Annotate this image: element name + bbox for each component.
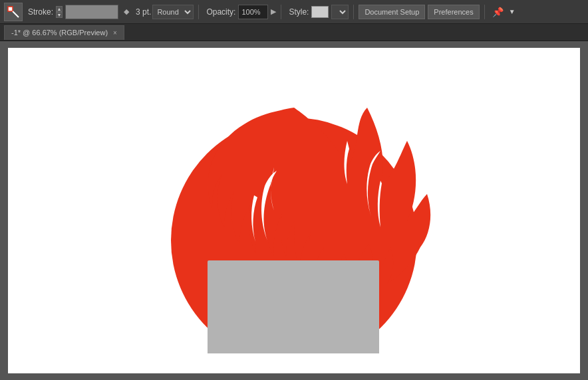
artwork-svg [141, 68, 447, 353]
separator-4 [484, 5, 485, 19]
tab-close-button[interactable]: × [113, 29, 117, 37]
opacity-label: Opacity: [206, 7, 235, 17]
stroke-stepper[interactable]: ▲ ▼ [56, 6, 63, 18]
main-toolbar: Stroke: ▲ ▼ ◆ 3 pt. Round Butt Square Op… [0, 0, 588, 24]
style-select[interactable] [331, 5, 349, 19]
style-color-box[interactable] [311, 6, 329, 18]
canvas-document [8, 48, 580, 373]
stroke-cap-select[interactable]: Round Butt Square [152, 5, 194, 19]
stroke-width-value: 3 pt. [136, 7, 151, 17]
stroke-label: Stroke: [28, 7, 53, 17]
stroke-width-container: ◆ 3 pt. Round Butt Square [121, 5, 194, 19]
stroke-color-swatch[interactable] [65, 5, 118, 19]
style-label: Style: [289, 7, 309, 17]
svg-rect-0 [8, 7, 13, 11]
opacity-expand-icon[interactable]: ▶ [271, 7, 276, 16]
separator-3 [353, 5, 354, 19]
preferences-button[interactable]: Preferences [428, 5, 479, 19]
canvas-area [0, 41, 588, 380]
separator-1 [198, 5, 199, 19]
opacity-input[interactable] [238, 5, 268, 19]
current-tool-icon[interactable] [4, 3, 23, 21]
pin-dropdown-button[interactable]: ▼ [509, 8, 515, 15]
separator-2 [281, 5, 281, 19]
gray-rectangle [208, 260, 379, 353]
document-setup-button[interactable]: Document Setup [359, 5, 425, 19]
pin-button[interactable]: 📌 [490, 7, 506, 17]
svg-line-1 [13, 11, 19, 17]
tab-title: -1* @ 66.67% (RGB/Preview) [11, 29, 108, 37]
stroke-point-icon: ◆ [124, 7, 129, 16]
tab-bar: -1* @ 66.67% (RGB/Preview) × [0, 24, 588, 41]
document-tab[interactable]: -1* @ 66.67% (RGB/Preview) × [4, 25, 124, 40]
stroke-down-arrow[interactable]: ▼ [56, 12, 63, 18]
stroke-up-arrow[interactable]: ▲ [56, 6, 63, 12]
